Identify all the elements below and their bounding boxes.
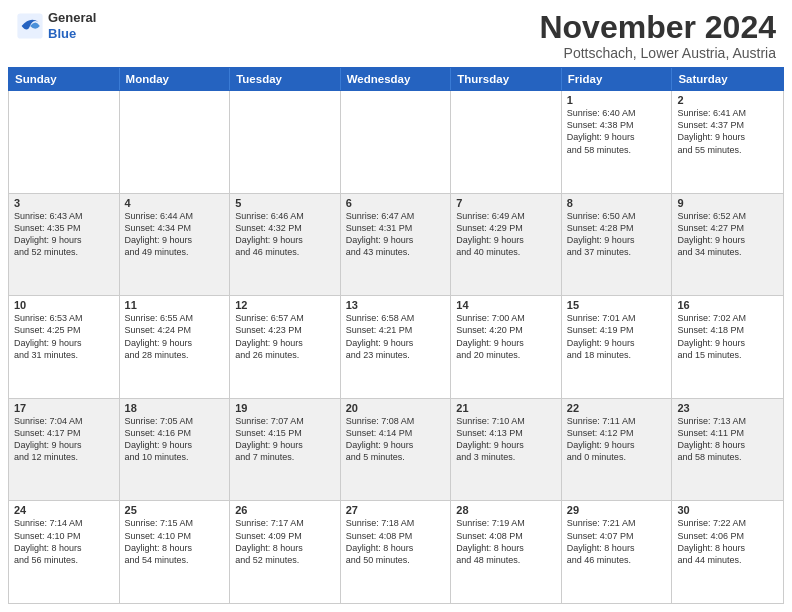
day-number: 28 [456, 504, 556, 516]
weekday-header: Monday [120, 68, 231, 90]
day-info: Sunrise: 7:01 AM Sunset: 4:19 PM Dayligh… [567, 312, 667, 361]
day-info: Sunrise: 7:18 AM Sunset: 4:08 PM Dayligh… [346, 517, 446, 566]
calendar-day: 10Sunrise: 6:53 AM Sunset: 4:25 PM Dayli… [9, 296, 120, 398]
weekday-header: Tuesday [230, 68, 341, 90]
day-info: Sunrise: 6:57 AM Sunset: 4:23 PM Dayligh… [235, 312, 335, 361]
logo-text: General Blue [48, 10, 96, 41]
day-info: Sunrise: 6:53 AM Sunset: 4:25 PM Dayligh… [14, 312, 114, 361]
calendar-day: 3Sunrise: 6:43 AM Sunset: 4:35 PM Daylig… [9, 194, 120, 296]
calendar-day: 27Sunrise: 7:18 AM Sunset: 4:08 PM Dayli… [341, 501, 452, 603]
empty-cell [9, 91, 120, 193]
day-info: Sunrise: 6:46 AM Sunset: 4:32 PM Dayligh… [235, 210, 335, 259]
calendar-day: 13Sunrise: 6:58 AM Sunset: 4:21 PM Dayli… [341, 296, 452, 398]
day-info: Sunrise: 6:58 AM Sunset: 4:21 PM Dayligh… [346, 312, 446, 361]
title-area: November 2024 Pottschach, Lower Austria,… [539, 10, 776, 61]
calendar-day: 4Sunrise: 6:44 AM Sunset: 4:34 PM Daylig… [120, 194, 231, 296]
day-number: 27 [346, 504, 446, 516]
day-number: 25 [125, 504, 225, 516]
day-info: Sunrise: 7:00 AM Sunset: 4:20 PM Dayligh… [456, 312, 556, 361]
location: Pottschach, Lower Austria, Austria [539, 45, 776, 61]
day-number: 9 [677, 197, 778, 209]
calendar-day: 19Sunrise: 7:07 AM Sunset: 4:15 PM Dayli… [230, 399, 341, 501]
calendar-row: 17Sunrise: 7:04 AM Sunset: 4:17 PM Dayli… [9, 399, 783, 502]
day-info: Sunrise: 7:22 AM Sunset: 4:06 PM Dayligh… [677, 517, 778, 566]
day-info: Sunrise: 6:47 AM Sunset: 4:31 PM Dayligh… [346, 210, 446, 259]
calendar-day: 2Sunrise: 6:41 AM Sunset: 4:37 PM Daylig… [672, 91, 783, 193]
calendar-day: 21Sunrise: 7:10 AM Sunset: 4:13 PM Dayli… [451, 399, 562, 501]
weekday-header: Friday [562, 68, 673, 90]
day-info: Sunrise: 7:05 AM Sunset: 4:16 PM Dayligh… [125, 415, 225, 464]
calendar-day: 12Sunrise: 6:57 AM Sunset: 4:23 PM Dayli… [230, 296, 341, 398]
calendar-row: 10Sunrise: 6:53 AM Sunset: 4:25 PM Dayli… [9, 296, 783, 399]
calendar-day: 17Sunrise: 7:04 AM Sunset: 4:17 PM Dayli… [9, 399, 120, 501]
logo: General Blue [16, 10, 96, 41]
day-number: 30 [677, 504, 778, 516]
weekday-header: Thursday [451, 68, 562, 90]
header: General Blue November 2024 Pottschach, L… [0, 0, 792, 67]
day-number: 18 [125, 402, 225, 414]
day-number: 20 [346, 402, 446, 414]
day-info: Sunrise: 7:02 AM Sunset: 4:18 PM Dayligh… [677, 312, 778, 361]
calendar-day: 24Sunrise: 7:14 AM Sunset: 4:10 PM Dayli… [9, 501, 120, 603]
weekday-header: Sunday [9, 68, 120, 90]
calendar-day: 9Sunrise: 6:52 AM Sunset: 4:27 PM Daylig… [672, 194, 783, 296]
empty-cell [230, 91, 341, 193]
day-number: 6 [346, 197, 446, 209]
calendar-day: 14Sunrise: 7:00 AM Sunset: 4:20 PM Dayli… [451, 296, 562, 398]
logo-icon [16, 12, 44, 40]
day-number: 15 [567, 299, 667, 311]
calendar-day: 23Sunrise: 7:13 AM Sunset: 4:11 PM Dayli… [672, 399, 783, 501]
day-number: 21 [456, 402, 556, 414]
day-number: 8 [567, 197, 667, 209]
calendar-day: 20Sunrise: 7:08 AM Sunset: 4:14 PM Dayli… [341, 399, 452, 501]
calendar-day: 1Sunrise: 6:40 AM Sunset: 4:38 PM Daylig… [562, 91, 673, 193]
calendar-day: 11Sunrise: 6:55 AM Sunset: 4:24 PM Dayli… [120, 296, 231, 398]
day-info: Sunrise: 7:13 AM Sunset: 4:11 PM Dayligh… [677, 415, 778, 464]
day-number: 14 [456, 299, 556, 311]
day-number: 16 [677, 299, 778, 311]
day-info: Sunrise: 6:40 AM Sunset: 4:38 PM Dayligh… [567, 107, 667, 156]
day-info: Sunrise: 7:10 AM Sunset: 4:13 PM Dayligh… [456, 415, 556, 464]
calendar-day: 16Sunrise: 7:02 AM Sunset: 4:18 PM Dayli… [672, 296, 783, 398]
calendar-day: 18Sunrise: 7:05 AM Sunset: 4:16 PM Dayli… [120, 399, 231, 501]
day-number: 26 [235, 504, 335, 516]
day-number: 10 [14, 299, 114, 311]
day-info: Sunrise: 6:49 AM Sunset: 4:29 PM Dayligh… [456, 210, 556, 259]
calendar-row: 3Sunrise: 6:43 AM Sunset: 4:35 PM Daylig… [9, 194, 783, 297]
day-info: Sunrise: 7:11 AM Sunset: 4:12 PM Dayligh… [567, 415, 667, 464]
day-info: Sunrise: 6:41 AM Sunset: 4:37 PM Dayligh… [677, 107, 778, 156]
day-info: Sunrise: 7:08 AM Sunset: 4:14 PM Dayligh… [346, 415, 446, 464]
logo-general: General [48, 10, 96, 26]
day-info: Sunrise: 7:07 AM Sunset: 4:15 PM Dayligh… [235, 415, 335, 464]
day-number: 22 [567, 402, 667, 414]
day-number: 3 [14, 197, 114, 209]
calendar-day: 22Sunrise: 7:11 AM Sunset: 4:12 PM Dayli… [562, 399, 673, 501]
day-number: 11 [125, 299, 225, 311]
calendar-header: SundayMondayTuesdayWednesdayThursdayFrid… [8, 67, 784, 91]
calendar-day: 30Sunrise: 7:22 AM Sunset: 4:06 PM Dayli… [672, 501, 783, 603]
weekday-header: Saturday [672, 68, 783, 90]
day-number: 17 [14, 402, 114, 414]
calendar-row: 1Sunrise: 6:40 AM Sunset: 4:38 PM Daylig… [9, 91, 783, 194]
page: General Blue November 2024 Pottschach, L… [0, 0, 792, 612]
calendar-day: 25Sunrise: 7:15 AM Sunset: 4:10 PM Dayli… [120, 501, 231, 603]
day-info: Sunrise: 6:50 AM Sunset: 4:28 PM Dayligh… [567, 210, 667, 259]
day-info: Sunrise: 7:15 AM Sunset: 4:10 PM Dayligh… [125, 517, 225, 566]
calendar-day: 7Sunrise: 6:49 AM Sunset: 4:29 PM Daylig… [451, 194, 562, 296]
day-info: Sunrise: 6:43 AM Sunset: 4:35 PM Dayligh… [14, 210, 114, 259]
calendar: SundayMondayTuesdayWednesdayThursdayFrid… [0, 67, 792, 612]
empty-cell [451, 91, 562, 193]
day-info: Sunrise: 7:04 AM Sunset: 4:17 PM Dayligh… [14, 415, 114, 464]
day-info: Sunrise: 7:17 AM Sunset: 4:09 PM Dayligh… [235, 517, 335, 566]
day-info: Sunrise: 7:19 AM Sunset: 4:08 PM Dayligh… [456, 517, 556, 566]
day-number: 19 [235, 402, 335, 414]
calendar-day: 15Sunrise: 7:01 AM Sunset: 4:19 PM Dayli… [562, 296, 673, 398]
empty-cell [120, 91, 231, 193]
day-number: 5 [235, 197, 335, 209]
day-number: 29 [567, 504, 667, 516]
day-number: 24 [14, 504, 114, 516]
calendar-day: 5Sunrise: 6:46 AM Sunset: 4:32 PM Daylig… [230, 194, 341, 296]
month-title: November 2024 [539, 10, 776, 45]
day-number: 7 [456, 197, 556, 209]
day-number: 13 [346, 299, 446, 311]
